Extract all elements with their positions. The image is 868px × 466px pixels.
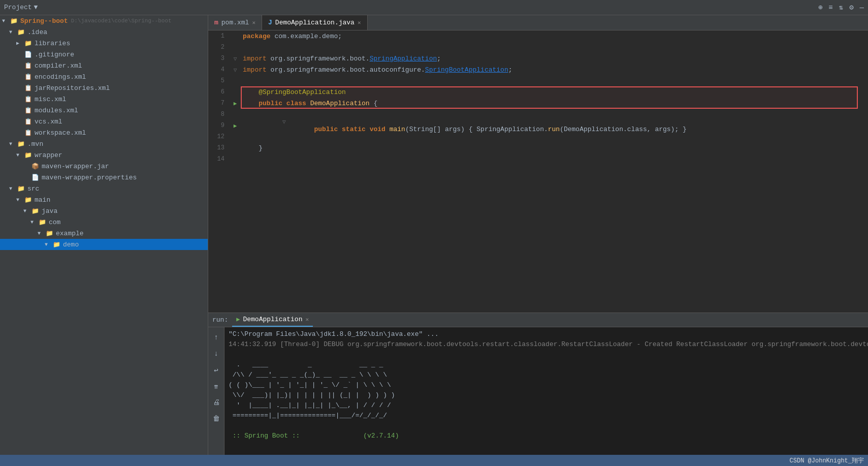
- sidebar-item-src[interactable]: ▼ 📁 src: [0, 183, 208, 194]
- main-arrow: ▼: [16, 197, 23, 203]
- run-icon: ▶: [236, 316, 240, 323]
- main-layout: ▼ 📁 Spring--boot D:\javacode1\code\Sprin…: [0, 15, 868, 455]
- idea-icon: 📁: [16, 28, 25, 36]
- code-line-9: 9 ▶ ▽ public static void main(String[] a…: [208, 120, 868, 131]
- sidebar-item-maven-wrapper-jar[interactable]: 📦 maven-wrapper.jar: [0, 161, 208, 172]
- java-label: java: [42, 207, 57, 215]
- settings-icon[interactable]: ⚙: [849, 3, 853, 12]
- status-bar: CSDN @JohnKnight_翔宇: [0, 455, 868, 466]
- console-line-blank: [229, 421, 864, 431]
- console-line-ascii-1: . ____ _ __ _ _: [229, 360, 864, 370]
- maven-jar-label: maven-wrapper.jar: [42, 163, 109, 170]
- sidebar-item-wrapper[interactable]: ▼ 📁 wrapper: [0, 149, 208, 161]
- libraries-icon: 📁: [23, 39, 33, 47]
- console-output[interactable]: "C:\Program Files\Java\jdk1.8.0_192\bin\…: [224, 327, 868, 455]
- pom-tab-label: pom.xml: [221, 19, 249, 26]
- code-editor[interactable]: 1 package com.example.demo; 2 3 ▽ import…: [208, 30, 868, 313]
- project-label[interactable]: Project ▼: [4, 4, 38, 11]
- sidebar-item-gitignore[interactable]: 📄 .gitignore: [0, 49, 208, 60]
- libraries-label: libraries: [35, 40, 70, 47]
- sort-icon[interactable]: ⇅: [839, 3, 843, 12]
- demo-tab-icon: J: [268, 19, 272, 26]
- main-label: main: [35, 196, 50, 204]
- fold-icon-3[interactable]: ▽: [234, 55, 237, 62]
- tab-bar: m pom.xml ✕ J DemoApplication.java ✕: [208, 15, 868, 30]
- compiler-icon: 📋: [23, 61, 33, 70]
- sidebar-item-com[interactable]: ▼ 📁 com: [0, 216, 208, 228]
- com-icon: 📁: [38, 218, 47, 226]
- com-label: com: [49, 219, 60, 226]
- code-line-2: 2: [208, 42, 868, 53]
- console-line-ascii-2: /\\ / ___'_ __ _ _(_)_ __ __ _ \ \ \ \: [229, 370, 864, 380]
- code-line-4: 4 ▽ import org.springframework.boot.auto…: [208, 64, 868, 75]
- pom-icon: m: [214, 19, 218, 26]
- delete-icon[interactable]: 🗑: [210, 413, 222, 425]
- bottom-tab-demo[interactable]: ▶ DemoApplication ✕: [232, 313, 313, 327]
- project-dropdown-arrow[interactable]: ▼: [34, 4, 38, 11]
- mvn-label: .mvn: [27, 140, 43, 148]
- project-text: Project: [4, 4, 32, 11]
- bottom-tab-label: DemoApplication: [243, 316, 302, 323]
- mvn-icon: 📁: [16, 140, 25, 148]
- scroll-down-icon[interactable]: ↓: [210, 348, 222, 360]
- demo-arrow: ▼: [45, 242, 52, 247]
- demo-label: demo: [63, 241, 79, 248]
- code-line-6: 6 @SpringBootApplication: [208, 86, 868, 98]
- workspace-label: workspace.xml: [35, 129, 86, 137]
- print-icon[interactable]: 🖨: [210, 396, 222, 409]
- fold-icon-9[interactable]: ▽: [282, 119, 286, 125]
- demo-tab-label: DemoApplication.java: [275, 19, 355, 26]
- idea-label: .idea: [27, 28, 47, 36]
- pom-close[interactable]: ✕: [252, 19, 255, 26]
- sidebar-item-workspace[interactable]: 📋 workspace.xml: [0, 127, 208, 138]
- mvn-arrow: ▼: [9, 141, 16, 147]
- sidebar-item-main[interactable]: ▼ 📁 main: [0, 194, 208, 205]
- run-arrow-7[interactable]: ▶: [234, 100, 237, 107]
- sidebar-item-java[interactable]: ▼ 📁 java: [0, 205, 208, 216]
- sidebar-item-maven-wrapper-prop[interactable]: 📄 maven-wrapper.properties: [0, 172, 208, 183]
- demo-icon: 📁: [52, 240, 61, 248]
- align-icon[interactable]: ⇈: [210, 380, 222, 392]
- sidebar-item-idea[interactable]: ▼ 📁 .idea: [0, 26, 208, 38]
- sidebar-item-demo[interactable]: ▼ 📁 demo: [0, 239, 208, 250]
- tree-root[interactable]: ▼ 📁 Spring--boot D:\javacode1\code\Sprin…: [0, 15, 208, 26]
- console-line-spring: :: Spring Boot :: (v2.7.14): [229, 431, 864, 441]
- bottom-tab-close[interactable]: ✕: [305, 316, 309, 323]
- misc-icon: 📋: [23, 95, 33, 103]
- scroll-up-icon[interactable]: ↑: [210, 331, 222, 344]
- workspace-icon: 📋: [23, 129, 33, 137]
- sidebar-item-compiler[interactable]: 📋 compiler.xml: [0, 60, 208, 71]
- editor-area: m pom.xml ✕ J DemoApplication.java ✕ 1 p…: [208, 15, 868, 455]
- modules-icon: 📋: [23, 106, 33, 114]
- console-line-ascii-6: =========|_|==============|___/=/_/_/_/: [229, 411, 864, 421]
- gitignore-label: .gitignore: [35, 51, 74, 58]
- root-folder-icon: 📁: [9, 17, 18, 25]
- top-bar: Project ▼ ⊕ ≡ ⇅ ⚙ —: [0, 0, 868, 15]
- tab-demo[interactable]: J DemoApplication.java ✕: [262, 15, 367, 30]
- sidebar-item-misc[interactable]: 📋 misc.xml: [0, 94, 208, 105]
- root-label: Spring--boot: [20, 17, 68, 25]
- console-line-ascii-4: \\/ ___)| |_)| | | | | || (_| | ) ) ) ): [229, 390, 864, 400]
- sidebar-item-encodings[interactable]: 📋 encodings.xml: [0, 71, 208, 82]
- gitignore-icon: 📄: [23, 50, 33, 58]
- minimize-icon[interactable]: —: [860, 4, 864, 12]
- code-line-13: 13 }: [208, 142, 868, 153]
- tab-pom[interactable]: m pom.xml ✕: [208, 15, 262, 30]
- structure-icon[interactable]: ≡: [828, 4, 832, 12]
- java-arrow: ▼: [23, 208, 30, 214]
- sidebar-item-vcs[interactable]: 📋 vcs.xml: [0, 116, 208, 127]
- idea-arrow: ▼: [9, 29, 16, 35]
- sidebar-item-mvn[interactable]: ▼ 📁 .mvn: [0, 138, 208, 149]
- wrap-icon[interactable]: ↩: [210, 364, 222, 376]
- sidebar-item-jar-repos[interactable]: 📋 jarRepositories.xml: [0, 82, 208, 94]
- sidebar-item-example[interactable]: ▼ 📁 example: [0, 228, 208, 239]
- demo-close[interactable]: ✕: [358, 19, 361, 26]
- highlighted-region: 6 @SpringBootApplication 7 ▶ public clas…: [208, 86, 868, 109]
- fold-icon-4[interactable]: ▽: [234, 67, 237, 73]
- sidebar-item-libraries[interactable]: ▶ 📁 libraries: [0, 38, 208, 49]
- sync-icon[interactable]: ⊕: [818, 3, 822, 12]
- jar-repos-label: jarRepositories.xml: [35, 84, 110, 92]
- console-line-ascii-3: ( ( )\___ | '_ | '_| | '_ \/ _` | \ \ \ …: [229, 380, 864, 390]
- sidebar-item-modules[interactable]: 📋 modules.xml: [0, 105, 208, 116]
- run-arrow-9[interactable]: ▶: [234, 122, 237, 129]
